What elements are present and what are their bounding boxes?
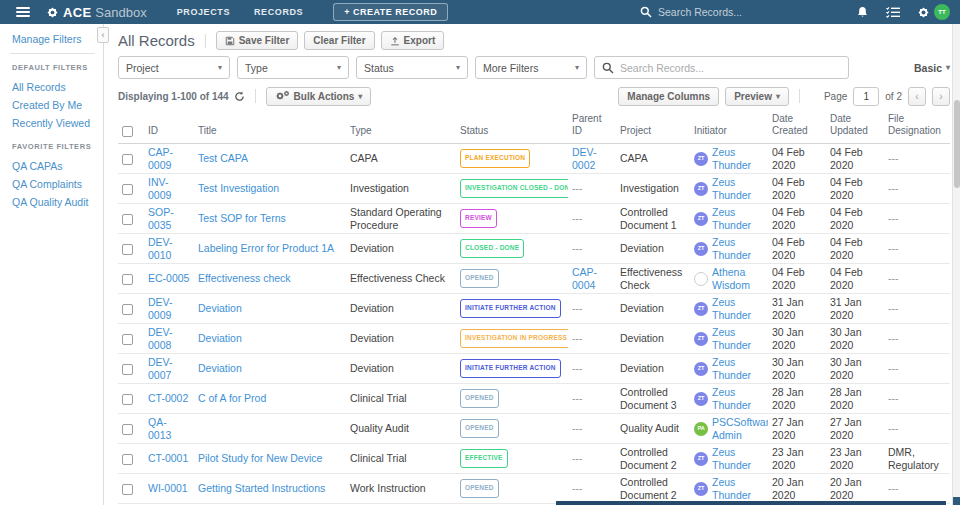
row-checkbox[interactable] bbox=[122, 184, 133, 195]
initiator-link[interactable]: Athena Wisdom bbox=[712, 266, 764, 291]
sidebar-item-all-records[interactable]: All Records bbox=[12, 78, 95, 96]
record-id-link[interactable]: DEV-0009 bbox=[148, 296, 173, 321]
hamburger-menu-icon[interactable] bbox=[16, 7, 30, 17]
sidebar-item-created-by-me[interactable]: Created By Me bbox=[12, 96, 95, 114]
record-title-link[interactable]: Test CAPA bbox=[198, 152, 248, 164]
export-button[interactable]: Export bbox=[381, 31, 445, 50]
settings-gear-icon[interactable] bbox=[917, 6, 930, 19]
column-header-date-created[interactable]: Date Created bbox=[768, 110, 826, 144]
record-title-link[interactable]: Effectiveness check bbox=[198, 272, 291, 284]
record-id-link[interactable]: QA-0013 bbox=[148, 416, 171, 441]
column-header-date-updated[interactable]: Date Updated bbox=[826, 110, 884, 144]
initiator-link[interactable]: Zeus Thunder bbox=[712, 206, 764, 231]
view-mode-dropdown[interactable]: Basic ▾ bbox=[914, 62, 950, 74]
select-all-checkbox[interactable] bbox=[122, 126, 133, 137]
record-title-link[interactable]: Test Investigation bbox=[198, 182, 279, 194]
global-search-input[interactable] bbox=[658, 6, 808, 18]
record-title-link[interactable]: Getting Started Instructions bbox=[198, 482, 325, 494]
column-header-type[interactable]: Type bbox=[346, 110, 456, 144]
preview-dropdown-button[interactable]: Preview ▾ bbox=[725, 87, 789, 106]
column-header-file-designation[interactable]: File Designation bbox=[884, 110, 950, 144]
previous-page-button[interactable]: ‹ bbox=[908, 87, 926, 106]
column-header-status[interactable]: Status bbox=[456, 110, 568, 144]
record-title-link[interactable]: Test SOP for Terns bbox=[198, 212, 286, 224]
record-id-link[interactable]: CAP-0009 bbox=[148, 146, 173, 171]
initiator-link[interactable]: Zeus Thunder bbox=[712, 356, 764, 381]
sidebar-item-recently-viewed[interactable]: Recently Viewed bbox=[12, 114, 95, 132]
row-checkbox[interactable] bbox=[122, 334, 133, 345]
record-id-link[interactable]: DEV-0007 bbox=[148, 356, 173, 381]
record-id-link[interactable]: SOP-0035 bbox=[148, 206, 174, 231]
vertical-scrollbar[interactable] bbox=[952, 24, 960, 505]
task-list-icon[interactable] bbox=[886, 6, 900, 18]
record-id-link[interactable]: CT-0002 bbox=[148, 392, 188, 404]
record-title-link[interactable]: Deviation bbox=[198, 302, 242, 314]
filter-dropdown-status[interactable]: Status▾ bbox=[356, 56, 468, 79]
row-checkbox[interactable] bbox=[122, 394, 133, 405]
records-search-input[interactable] bbox=[620, 62, 820, 74]
clear-filter-button[interactable]: Clear Filter bbox=[304, 31, 374, 50]
record-id-link[interactable]: DEV-0010 bbox=[148, 236, 173, 261]
row-checkbox[interactable] bbox=[122, 214, 133, 225]
row-checkbox[interactable] bbox=[122, 424, 133, 435]
vertical-scrollbar-thumb[interactable] bbox=[954, 100, 960, 188]
record-id-link[interactable]: WI-0001 bbox=[148, 482, 188, 494]
column-header-project[interactable]: Project bbox=[616, 110, 690, 144]
record-id-link[interactable]: CT-0001 bbox=[148, 452, 188, 464]
nav-item-projects[interactable]: PROJECTS bbox=[177, 7, 230, 17]
record-id-link[interactable]: EC-0005 bbox=[148, 272, 189, 284]
record-id-link[interactable]: INV-0009 bbox=[148, 176, 171, 201]
sidebar-item-qa-complaints[interactable]: QA Complaints bbox=[12, 175, 95, 193]
initiator-link[interactable]: Zeus Thunder bbox=[712, 386, 764, 411]
record-title-link[interactable]: Labeling Error for Product 1A bbox=[198, 242, 334, 254]
bulk-actions-button[interactable]: Bulk Actions ▾ bbox=[266, 87, 372, 106]
column-header-title[interactable]: Title bbox=[194, 110, 346, 144]
save-filter-button[interactable]: Save Filter bbox=[216, 31, 299, 50]
record-title-link[interactable]: Pilot Study for New Device bbox=[198, 452, 322, 464]
create-record-button[interactable]: + CREATE RECORD bbox=[333, 3, 448, 21]
app-logo[interactable]: ACE Sandbox bbox=[46, 5, 147, 20]
row-checkbox[interactable] bbox=[122, 484, 133, 495]
column-header-initiator[interactable]: Initiator bbox=[690, 110, 768, 144]
initiator-link[interactable]: PSCSoftware Admin bbox=[712, 416, 768, 441]
manage-filters-link[interactable]: Manage Filters bbox=[12, 33, 95, 45]
nav-item-records[interactable]: RECORDS bbox=[254, 7, 303, 17]
filter-dropdowns: Project▾Type▾Status▾More Filters▾ bbox=[118, 56, 587, 79]
record-title-link[interactable]: C of A for Prod bbox=[198, 392, 266, 404]
initiator-link[interactable]: Zeus Thunder bbox=[712, 326, 764, 351]
record-title-link[interactable]: Deviation bbox=[198, 332, 242, 344]
initiator-link[interactable]: Zeus Thunder bbox=[712, 476, 764, 501]
record-id-link[interactable]: DEV-0008 bbox=[148, 326, 173, 351]
column-header-parent-id[interactable]: Parent ID bbox=[568, 110, 616, 144]
records-search[interactable] bbox=[594, 56, 849, 79]
row-checkbox[interactable] bbox=[122, 304, 133, 315]
user-avatar[interactable]: TT bbox=[934, 4, 950, 20]
initiator-link[interactable]: Zeus Thunder bbox=[712, 236, 764, 261]
row-checkbox[interactable] bbox=[122, 454, 133, 465]
refresh-icon[interactable] bbox=[234, 91, 245, 102]
initiator-link[interactable]: Zeus Thunder bbox=[712, 296, 764, 321]
initiator-link[interactable]: Zeus Thunder bbox=[712, 176, 764, 201]
row-checkbox[interactable] bbox=[122, 244, 133, 255]
sidebar-collapse-icon[interactable]: ‹ bbox=[97, 27, 109, 43]
notifications-bell-icon[interactable] bbox=[856, 6, 869, 19]
global-search[interactable] bbox=[640, 6, 830, 18]
row-checkbox[interactable] bbox=[122, 154, 133, 165]
horizontal-scrollbar-thumb[interactable] bbox=[556, 501, 946, 505]
initiator-link[interactable]: Zeus Thunder bbox=[712, 146, 764, 171]
parent-id-link[interactable]: DEV-0002 bbox=[572, 146, 597, 171]
sidebar-item-qa-capas[interactable]: QA CAPAs bbox=[12, 157, 95, 175]
row-checkbox[interactable] bbox=[122, 274, 133, 285]
record-title-link[interactable]: Deviation bbox=[198, 362, 242, 374]
column-header-id[interactable]: ID bbox=[144, 110, 194, 144]
filter-dropdown-project[interactable]: Project▾ bbox=[118, 56, 230, 79]
parent-id-link[interactable]: CAP-0004 bbox=[572, 266, 597, 291]
manage-columns-button[interactable]: Manage Columns bbox=[618, 87, 719, 106]
row-checkbox[interactable] bbox=[122, 364, 133, 375]
next-page-button[interactable]: › bbox=[932, 87, 950, 106]
page-number-input[interactable] bbox=[853, 87, 879, 106]
sidebar-item-qa-quality-audit[interactable]: QA Quality Audit bbox=[12, 193, 95, 211]
initiator-link[interactable]: Zeus Thunder bbox=[712, 446, 764, 471]
filter-dropdown-more-filters[interactable]: More Filters▾ bbox=[475, 56, 587, 79]
filter-dropdown-type[interactable]: Type▾ bbox=[237, 56, 349, 79]
